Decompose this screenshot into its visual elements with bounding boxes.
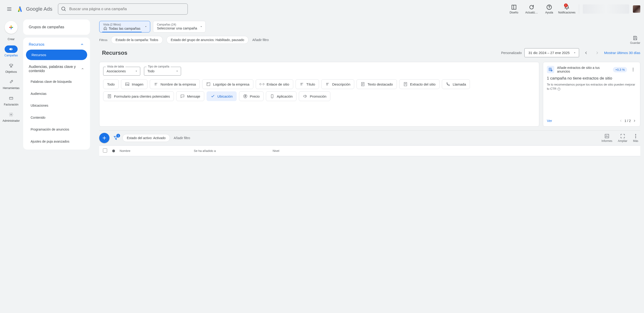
svg-rect-3 <box>512 5 514 9</box>
logo[interactable]: Google Ads <box>17 6 52 12</box>
search-icon <box>61 6 66 12</box>
help-tool[interactable]: Ayuda <box>541 3 558 15</box>
search-bar[interactable] <box>58 4 188 14</box>
google-ads-logo-icon <box>17 6 23 12</box>
hamburger-icon <box>6 6 12 12</box>
svg-point-0 <box>18 10 20 12</box>
help-icon <box>546 4 552 10</box>
user-avatar[interactable] <box>633 5 640 13</box>
svg-point-5 <box>549 8 550 9</box>
notifications-tool[interactable]: ! Notificaciones <box>558 3 575 15</box>
account-switcher[interactable] <box>583 4 629 14</box>
logo-text: Google Ads <box>26 6 52 12</box>
app-header: Google Ads Diseño Actualiz… Ayuda ! Noti… <box>0 0 644 18</box>
menu-button[interactable] <box>4 4 15 14</box>
search-input[interactable] <box>69 7 185 11</box>
design-tool[interactable]: Diseño <box>506 3 522 15</box>
updates-tool[interactable]: Actualiz… <box>523 3 540 15</box>
header-tools: Diseño Actualiz… Ayuda ! Notificaciones <box>506 3 640 15</box>
design-icon <box>511 4 517 10</box>
refresh-icon <box>529 4 534 10</box>
svg-point-1 <box>62 7 65 10</box>
header-separator <box>579 4 579 14</box>
notification-alert-badge: ! <box>564 4 568 7</box>
